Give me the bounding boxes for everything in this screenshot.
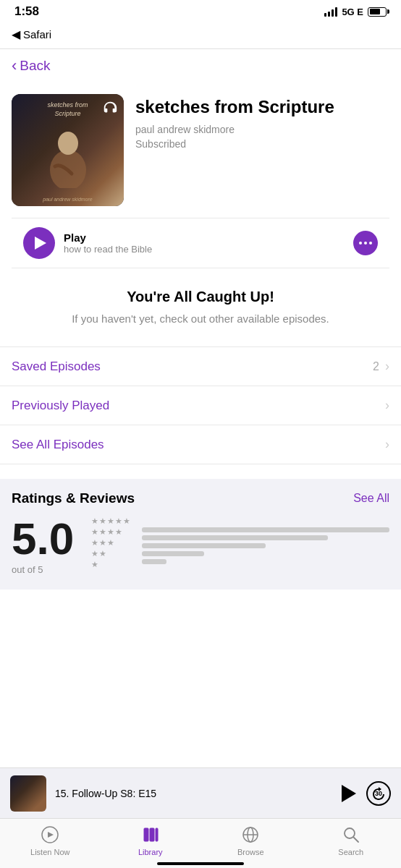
podcast-title: sketches from Scripture (135, 97, 389, 118)
ratings-title: Ratings & Reviews (12, 490, 135, 506)
bar-3 (142, 543, 266, 548)
network-type: 5G E (342, 7, 363, 17)
podcast-author: paul andrew skidmore (135, 124, 389, 135)
star-row-5: ★ ★ ★ ★ ★ (91, 516, 130, 526)
rating-out-of: out of 5 (12, 564, 74, 575)
listen-now-icon (40, 825, 60, 845)
star-row-4: ★ ★ ★ ★ (91, 527, 130, 537)
saved-episodes-chevron: › (385, 359, 389, 374)
tab-library-label: Library (138, 848, 163, 856)
mini-player-title: 15. Follow-Up S8: E15 (55, 788, 156, 799)
saved-episodes-label: Saved Episodes (12, 359, 101, 374)
podcast-header: sketches fromScripture paul andrew skidm… (0, 84, 401, 218)
ratings-body: 5.0 out of 5 ★ ★ ★ ★ ★ ★ ★ ★ ★ ★ ★ ★ (12, 516, 389, 575)
ratings-header: Ratings & Reviews See All (12, 490, 389, 506)
stars-breakdown: ★ ★ ★ ★ ★ ★ ★ ★ ★ ★ ★ ★ ★ ★ ★ (91, 516, 130, 575)
back-bar: ‹ Back (0, 49, 401, 84)
play-label: Play (64, 231, 345, 244)
more-dot-2 (364, 242, 367, 244)
headphone-icon (102, 100, 118, 116)
mini-play-button[interactable] (342, 785, 356, 802)
mini-player-artwork (10, 775, 46, 812)
episode-list-section: Saved Episodes 2 › Previously Played › S… (0, 346, 401, 464)
play-triangle-icon (35, 237, 46, 250)
see-all-episodes-label: See All Episodes (12, 438, 104, 452)
tab-bar: Listen Now Library Browse (0, 818, 401, 868)
battery-icon (368, 7, 387, 17)
bar-1 (142, 559, 166, 564)
mini-player-info: 15. Follow-Up S8: E15 (55, 787, 333, 800)
ratings-see-all-button[interactable]: See All (353, 492, 389, 505)
podcast-artwork: sketches fromScripture paul andrew skidm… (12, 94, 124, 206)
mini-player-controls: 30 (342, 781, 391, 806)
back-label: Back (20, 58, 50, 74)
see-all-episodes-chevron: › (385, 437, 389, 452)
saved-episodes-count: 2 (373, 360, 379, 373)
nav-bar: ◀ Safari (0, 22, 401, 49)
bar-5 (142, 527, 389, 532)
svg-rect-6 (156, 828, 158, 841)
play-button[interactable] (23, 227, 55, 259)
tab-browse-label: Browse (237, 848, 264, 856)
artwork-author-text: paul andrew skidmore (12, 197, 124, 202)
bar-2 (142, 551, 203, 556)
rating-number: 5.0 (12, 516, 74, 561)
more-dot-1 (359, 242, 362, 244)
see-all-episodes-item[interactable]: See All Episodes › (0, 425, 401, 464)
mini-player: 15. Follow-Up S8: E15 30 (0, 767, 401, 819)
tab-listen-now[interactable]: Listen Now (21, 825, 79, 856)
tab-browse[interactable]: Browse (221, 825, 279, 856)
mini-play-triangle-icon (342, 785, 356, 802)
home-indicator (157, 862, 244, 865)
back-chevron-icon: ‹ (12, 56, 17, 75)
tab-search-label: Search (338, 848, 363, 856)
signal-icon (324, 7, 337, 17)
tab-search[interactable]: Search (322, 825, 380, 856)
mini-skip-button[interactable]: 30 (366, 781, 391, 806)
podcast-subscribed: Subscribed (135, 138, 389, 150)
previously-played-label: Previously Played (12, 399, 109, 413)
artwork-figure (39, 123, 97, 188)
ratings-section: Ratings & Reviews See All 5.0 out of 5 ★… (0, 479, 401, 590)
nav-app-label: Safari (23, 28, 51, 41)
star-row-3: ★ ★ ★ (91, 538, 130, 548)
caught-up-subtitle: If you haven't yet, check out other avai… (22, 311, 379, 326)
mini-skip-label: 30 (375, 790, 382, 797)
saved-episodes-item[interactable]: Saved Episodes 2 › (0, 346, 401, 386)
library-icon (140, 825, 161, 845)
big-rating: 5.0 out of 5 (12, 516, 74, 575)
play-subtitle: how to read the Bible (64, 244, 345, 255)
app-name: ◀ Safari (12, 27, 51, 41)
more-options-button[interactable] (353, 231, 378, 255)
svg-rect-4 (144, 828, 148, 841)
tab-listen-now-label: Listen Now (30, 848, 69, 856)
play-row: Play how to read the Bible (12, 218, 389, 268)
podcast-info: sketches from Scripture paul andrew skid… (135, 94, 389, 206)
svg-point-1 (58, 132, 78, 155)
status-bar: 1:58 5G E (0, 0, 401, 22)
play-info: Play how to read the Bible (64, 231, 345, 255)
more-dot-3 (369, 242, 372, 244)
browse-icon (240, 825, 261, 845)
nav-chevron-left: ◀ (12, 27, 20, 41)
previously-played-item[interactable]: Previously Played › (0, 386, 401, 425)
caught-up-section: You're All Caught Up! If you haven't yet… (0, 268, 401, 341)
star-row-2: ★ ★ (91, 549, 130, 558)
star-row-1: ★ (91, 560, 130, 569)
back-button[interactable]: ‹ Back (12, 56, 51, 75)
svg-line-11 (353, 838, 358, 843)
svg-marker-3 (48, 832, 54, 838)
previously-played-chevron: › (385, 398, 389, 413)
search-icon (341, 825, 361, 845)
bar-4 (142, 535, 327, 540)
tab-library[interactable]: Library (122, 825, 180, 856)
status-time: 1:58 (14, 4, 39, 19)
caught-up-title: You're All Caught Up! (22, 289, 379, 305)
svg-rect-5 (150, 828, 154, 841)
rating-bars (142, 516, 389, 575)
status-right: 5G E (324, 7, 387, 17)
